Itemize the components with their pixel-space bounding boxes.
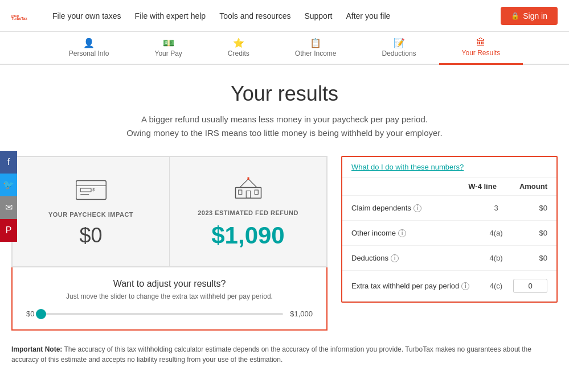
extra-tax-info-icon[interactable]: i [461, 282, 469, 290]
subtitle-line1: A bigger refund usually means less money… [11, 113, 558, 126]
step-personal-info[interactable]: 👤 Personal Info [46, 32, 132, 65]
refund-card-icon [231, 174, 265, 203]
paycheck-card-icon: $ [74, 176, 108, 204]
twitter-share-button[interactable]: 🐦 [0, 174, 17, 196]
adjust-box: Want to adjust your results? Just move t… [11, 267, 328, 331]
nav-support[interactable]: Support [304, 11, 332, 20]
facebook-share-button[interactable]: f [0, 151, 17, 174]
claim-dependents-amount: $0 [513, 204, 547, 212]
page-title: Your results [11, 82, 558, 106]
personal-info-icon: 👤 [83, 38, 95, 48]
step-deductions-label: Deductions [382, 49, 416, 57]
step-personal-info-label: Personal Info [69, 49, 109, 57]
claim-dependents-info-icon[interactable]: i [414, 204, 421, 212]
page-subtitle: A bigger refund usually means less money… [11, 113, 558, 140]
svg-text:$: $ [92, 187, 95, 192]
w4-col-header: W-4 line [468, 182, 497, 191]
svg-rect-4 [80, 188, 91, 192]
deductions-text: Deductions [351, 254, 388, 262]
sign-in-label: Sign in [523, 11, 547, 20]
step-your-pay[interactable]: 💵 Your Pay [132, 32, 205, 65]
pinterest-share-button[interactable]: P [0, 219, 17, 242]
adjust-subtitle: Just move the slider to change the extra… [26, 292, 313, 300]
other-income-icon: 📋 [310, 38, 321, 48]
other-income-amount: $0 [513, 229, 547, 237]
step-your-pay-label: Your Pay [155, 49, 182, 57]
extra-tax-label: Extra tax withheld per pay period i [351, 282, 479, 290]
credits-icon: ⭐ [233, 38, 244, 48]
svg-text:TurboTax: TurboTax [11, 16, 27, 20]
paycheck-card-amount: $0 [79, 224, 102, 247]
svg-rect-12 [247, 178, 249, 180]
table-row-claim-dependents: Claim dependents i 3 $0 [342, 196, 556, 221]
table-header-cols: W-4 line Amount [468, 182, 547, 191]
nav-after[interactable]: After you file [346, 11, 390, 20]
right-panel-header: What do I do with these numbers? [342, 157, 556, 178]
other-income-text: Other income [351, 229, 396, 237]
deductions-info-icon[interactable]: i [391, 254, 399, 262]
nav-file-expert[interactable]: File with expert help [135, 11, 206, 20]
svg-rect-10 [238, 190, 241, 195]
nav-tools[interactable]: Tools and resources [219, 11, 290, 20]
email-share-button[interactable]: ✉ [0, 196, 17, 219]
step-nav: 👤 Personal Info 💵 Your Pay ⭐ Credits 📋 O… [0, 32, 569, 65]
slider-min-label: $0 [26, 310, 34, 318]
lock-icon: 🔒 [511, 12, 519, 20]
other-income-info-icon[interactable]: i [398, 229, 406, 237]
refund-card: 2023 ESTIMATED FED REFUND $1,090 [170, 156, 327, 267]
important-note-bold: Important Note: [11, 345, 62, 353]
step-your-results-label: Your Results [462, 49, 501, 57]
extra-tax-amount [513, 279, 547, 293]
paycheck-card-label: YOUR PAYCHECK IMPACT [48, 211, 133, 218]
social-sidebar: f 🐦 ✉ P [0, 151, 17, 242]
bottom-note: Important Note: The accuracy of this tax… [11, 344, 558, 365]
main-layout: $ YOUR PAYCHECK IMPACT $0 [11, 156, 558, 331]
step-deductions[interactable]: 📝 Deductions [359, 32, 439, 65]
slider-row: $0 $1,000 [26, 310, 313, 318]
step-credits[interactable]: ⭐ Credits [205, 32, 272, 65]
extra-tax-input[interactable] [513, 279, 547, 293]
table-row-other-income: Other income i 4(a) $0 [342, 221, 556, 246]
other-income-w4: 4(a) [479, 229, 513, 237]
sign-in-button[interactable]: 🔒 Sign in [501, 7, 558, 25]
other-income-label: Other income i [351, 229, 479, 237]
top-cards: $ YOUR PAYCHECK IMPACT $0 [11, 156, 328, 267]
deductions-label: Deductions i [351, 254, 479, 262]
svg-rect-7 [235, 188, 261, 199]
adjust-title: Want to adjust your results? [26, 279, 313, 289]
nav-links: File your own taxes File with expert hel… [52, 11, 501, 20]
paycheck-card: $ YOUR PAYCHECK IMPACT $0 [12, 156, 170, 267]
table-row-deductions: Deductions i 4(b) $0 [342, 246, 556, 271]
svg-rect-9 [246, 191, 251, 199]
claim-dependents-w4: 3 [479, 204, 513, 212]
table-row-extra-tax: Extra tax withheld per pay period i 4(c) [342, 271, 556, 302]
top-nav: intuit TurboTax File your own taxes File… [0, 0, 569, 32]
extra-tax-w4: 4(c) [479, 282, 513, 290]
claim-dependents-label: Claim dependents i [351, 204, 479, 212]
deductions-amount: $0 [513, 254, 547, 262]
deductions-w4: 4(b) [479, 254, 513, 262]
step-other-income-label: Other Income [295, 49, 337, 57]
main-left: $ YOUR PAYCHECK IMPACT $0 [11, 156, 328, 331]
refund-card-amount: $1,090 [211, 222, 284, 249]
logo[interactable]: intuit TurboTax [11, 6, 35, 26]
step-your-results[interactable]: 🏛 Your Results [439, 32, 523, 65]
slider-max-label: $1,000 [290, 310, 313, 318]
subtitle-line2: Owing money to the IRS means too little … [11, 126, 558, 140]
nav-file-own[interactable]: File your own taxes [52, 11, 121, 20]
right-panel: What do I do with these numbers? W-4 lin… [341, 156, 558, 303]
extra-tax-text: Extra tax withheld per pay period [351, 282, 459, 290]
w4-link[interactable]: What do I do with these numbers? [351, 163, 464, 171]
deductions-icon: 📝 [394, 38, 405, 48]
your-results-icon: 🏛 [476, 38, 485, 48]
claim-dependents-text: Claim dependents [351, 204, 411, 212]
svg-marker-8 [240, 179, 257, 188]
slider-track [41, 313, 283, 315]
table-header: W-4 line Amount [342, 178, 556, 196]
refund-card-label: 2023 ESTIMATED FED REFUND [198, 209, 298, 216]
page-content: Your results A bigger refund usually mea… [0, 65, 569, 382]
svg-rect-11 [255, 190, 258, 195]
your-pay-icon: 💵 [163, 38, 174, 48]
step-other-income[interactable]: 📋 Other Income [272, 32, 359, 65]
slider-thumb[interactable] [36, 309, 46, 319]
